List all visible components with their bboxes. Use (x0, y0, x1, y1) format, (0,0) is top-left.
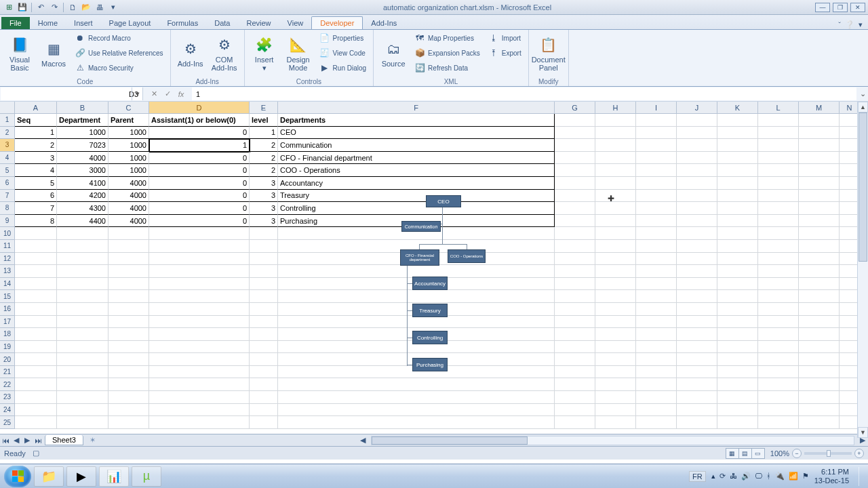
cell[interactable] (799, 215, 840, 228)
ribbon-insert--button[interactable]: 🧩Insert▾ (249, 31, 280, 76)
cell[interactable] (149, 240, 250, 253)
cell[interactable]: 0 (149, 215, 250, 228)
row-header-5[interactable]: 5 (0, 164, 15, 177)
cell[interactable] (758, 290, 799, 303)
ribbon-map-properties-button[interactable]: 🗺Map Properties (412, 31, 483, 45)
column-header-M[interactable]: M (799, 102, 840, 114)
row-header-20[interactable]: 20 (0, 353, 15, 366)
cell[interactable] (758, 240, 799, 253)
cell[interactable] (717, 404, 758, 417)
cell[interactable] (799, 152, 840, 165)
taskbar-clock[interactable]: 6:11 PM 13-Dec-15 (814, 468, 849, 484)
cell[interactable]: 8 (15, 215, 57, 228)
cell[interactable] (15, 391, 57, 404)
view-layout-button[interactable]: ▤ (738, 448, 752, 459)
cell[interactable] (636, 290, 677, 303)
cell[interactable] (758, 278, 799, 291)
cell[interactable] (108, 227, 149, 240)
cell[interactable] (758, 114, 799, 127)
tray-net-icon[interactable]: 🖧 (730, 472, 737, 481)
cell[interactable]: 1000 (108, 139, 149, 152)
cell[interactable] (717, 278, 758, 291)
row-header-2[interactable]: 2 (0, 127, 15, 140)
cell[interactable] (250, 366, 278, 379)
sheet-nav-next-icon[interactable]: ▶ (22, 435, 33, 446)
hscroll-thumb[interactable] (372, 436, 528, 445)
cell[interactable] (677, 265, 717, 278)
cell[interactable] (555, 202, 595, 215)
taskbar-media-icon[interactable]: ▶ (66, 466, 96, 487)
cell[interactable] (758, 303, 799, 316)
column-header-J[interactable]: J (677, 102, 717, 114)
cell[interactable] (278, 391, 555, 404)
cell[interactable] (149, 290, 250, 303)
column-header-I[interactable]: I (636, 102, 677, 114)
cell[interactable] (595, 416, 636, 429)
cell[interactable] (677, 190, 717, 203)
cell[interactable] (636, 240, 677, 253)
cell[interactable] (15, 328, 57, 341)
minimize-button[interactable]: — (815, 3, 830, 12)
sheet-tab-active[interactable]: Sheet3 (45, 435, 83, 445)
cell[interactable] (595, 328, 636, 341)
row-header-22[interactable]: 22 (0, 378, 15, 391)
cell[interactable] (677, 353, 717, 366)
cell[interactable] (595, 114, 636, 127)
cell[interactable] (758, 404, 799, 417)
cell[interactable] (717, 177, 758, 190)
cell[interactable]: 2 (250, 152, 278, 165)
cell[interactable]: Communication (278, 139, 555, 152)
cancel-formula-icon[interactable]: ✕ (148, 89, 160, 98)
cell[interactable] (149, 227, 250, 240)
cell[interactable] (250, 328, 278, 341)
cell[interactable] (595, 265, 636, 278)
start-button[interactable] (4, 466, 31, 487)
cell[interactable] (555, 316, 595, 329)
cell[interactable]: 4000 (108, 202, 149, 215)
cell[interactable] (595, 316, 636, 329)
tab-review[interactable]: Review (238, 17, 279, 29)
ribbon-macro-security-button[interactable]: ⚠Macro Security (72, 61, 166, 75)
cell[interactable] (799, 353, 840, 366)
row-header-12[interactable]: 12 (0, 253, 15, 266)
row-header-19[interactable]: 19 (0, 341, 15, 354)
ribbon-macros-button[interactable]: ▦Macros (38, 31, 69, 76)
excel-icon[interactable]: ⊞ (3, 1, 15, 14)
cell[interactable] (149, 316, 250, 329)
cell[interactable] (677, 391, 717, 404)
cell[interactable] (595, 177, 636, 190)
row-header-4[interactable]: 4 (0, 152, 15, 165)
cell[interactable] (15, 404, 57, 417)
cell[interactable] (799, 366, 840, 379)
cell[interactable] (250, 341, 278, 354)
cell[interactable] (278, 253, 555, 266)
cell[interactable] (717, 202, 758, 215)
cell[interactable] (677, 416, 717, 429)
cell[interactable] (595, 278, 636, 291)
ribbon-record-macro-button[interactable]: ⏺Record Macro (72, 31, 166, 45)
cell[interactable] (108, 290, 149, 303)
row-header-17[interactable]: 17 (0, 316, 15, 329)
cell[interactable] (149, 416, 250, 429)
cell[interactable]: Purchasing (278, 215, 555, 228)
cell[interactable] (15, 341, 57, 354)
cell[interactable] (595, 164, 636, 177)
cell[interactable] (595, 353, 636, 366)
cell[interactable] (15, 265, 57, 278)
tab-developer[interactable]: Developer (311, 16, 363, 29)
cell[interactable] (595, 227, 636, 240)
cell[interactable] (57, 316, 108, 329)
cell[interactable] (250, 378, 278, 391)
tab-view[interactable]: View (279, 17, 312, 29)
cell[interactable] (799, 139, 840, 152)
column-header-B[interactable]: B (57, 102, 108, 114)
row-header-7[interactable]: 7 (0, 190, 15, 203)
cell[interactable] (799, 253, 840, 266)
cell[interactable] (636, 278, 677, 291)
cell[interactable] (636, 416, 677, 429)
cell[interactable] (717, 341, 758, 354)
tray-display-icon[interactable]: 🖵 (755, 472, 762, 481)
cell[interactable]: 7 (15, 202, 57, 215)
cell[interactable] (15, 240, 57, 253)
cell[interactable] (250, 416, 278, 429)
